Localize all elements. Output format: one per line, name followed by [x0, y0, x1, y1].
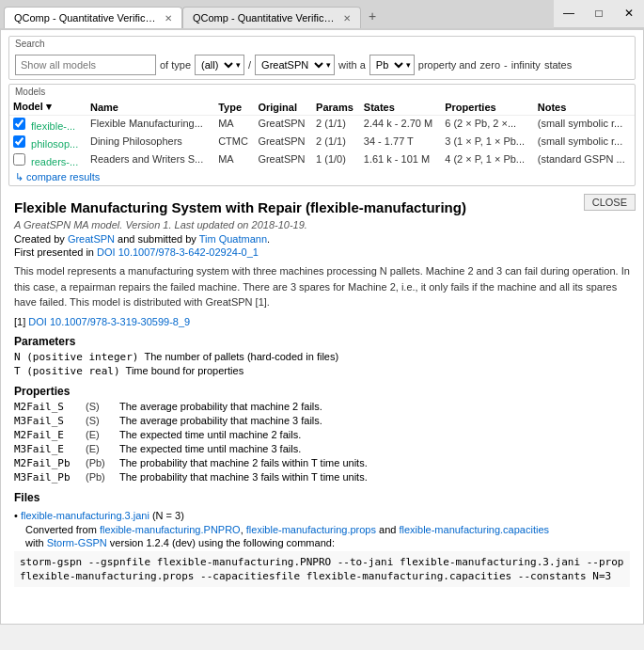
submitted-prefix: and submitted by	[115, 233, 199, 245]
table-row[interactable]: readers-... Readers and Writers S... MA …	[9, 151, 635, 169]
models-table: Model ▾ Name Type Original Params States…	[9, 99, 635, 169]
prop-desc: The average probability that machine 3 f…	[119, 415, 322, 427]
minimize-button[interactable]: —	[554, 0, 584, 26]
storm-link[interactable]: Storm-GSPN	[47, 537, 107, 548]
file-link-4[interactable]: flexible-manufacturing.capacities	[399, 524, 549, 535]
prop-type: (S)	[86, 401, 114, 413]
col-params: Params	[312, 99, 360, 116]
params-header: Parameters	[14, 335, 630, 348]
cell-model-id: flexible-...	[9, 116, 86, 135]
cell-properties: 6 (2 × Pb, 2 ×...	[441, 116, 534, 135]
maximize-button[interactable]: □	[584, 0, 614, 26]
close-detail-button[interactable]: CLOSE	[584, 194, 636, 211]
detail-description: This model represents a manufacturing sy…	[14, 263, 630, 310]
detail-section: CLOSE Flexible Manufacturing System with…	[8, 194, 636, 595]
cell-model-id: philosop...	[9, 134, 86, 151]
new-tab-button[interactable]: +	[361, 4, 384, 28]
search-row: of type (all) ▾ / GreatSPN ▾ with a Pb ▾	[9, 51, 635, 79]
row-checkbox-0[interactable]	[13, 118, 25, 130]
cell-model-id: readers-...	[9, 151, 86, 169]
model-id-link: flexible-...	[31, 120, 75, 132]
param-desc: The number of pallets (hard-coded in fil…	[144, 351, 338, 363]
prop-desc: The expected time until machine 3 fails.	[119, 443, 301, 455]
prop-select[interactable]: Pb	[370, 55, 406, 74]
prop-name: M3Fail_E	[14, 443, 80, 455]
states-label: states	[544, 59, 572, 71]
search-section: Search of type (all) ▾ / GreatSPN ▾ with…	[8, 36, 636, 80]
prop-row: M2Fail_E(E)The expected time until machi…	[14, 429, 630, 441]
model-id-link: readers-...	[31, 156, 78, 167]
type-select[interactable]: (all)	[196, 55, 236, 74]
cell-name: Flexible Manufacturing...	[86, 116, 214, 135]
prop-row: M3Fail_S(S)The average probability that …	[14, 415, 630, 427]
cell-original: GreatSPN	[254, 134, 312, 151]
tim-link[interactable]: Tim Quatmann	[199, 233, 267, 245]
tool-select[interactable]: GreatSPN	[256, 55, 326, 74]
doi-link-1[interactable]: DOI 10.1007/978-3-642-02924-0_1	[97, 246, 259, 258]
submitted-suffix: .	[267, 233, 270, 245]
tool-select-wrapper: GreatSPN ▾	[255, 55, 335, 75]
col-name: Name	[86, 99, 214, 116]
cell-params: 2 (1/1)	[312, 116, 360, 135]
type-chevron-icon: ▾	[236, 60, 241, 70]
prop-row: M3Fail_E(E)The expected time until machi…	[14, 443, 630, 455]
prop-select-wrapper: Pb ▾	[369, 55, 415, 75]
greatspn-link[interactable]: GreatSPN	[68, 233, 115, 245]
search-label: Search	[9, 37, 635, 51]
table-row[interactable]: flexible-... Flexible Manufacturing... M…	[9, 116, 635, 135]
search-input[interactable]	[15, 55, 156, 75]
row-checkbox-2[interactable]	[13, 153, 25, 166]
table-row[interactable]: philosop... Dining Philosophers CTMC Gre…	[9, 134, 635, 151]
prop-type: (S)	[86, 415, 114, 427]
col-states: States	[360, 99, 441, 116]
with-a-label: with a	[338, 59, 366, 71]
row-checkbox-1[interactable]	[13, 135, 25, 148]
tab-2-close[interactable]: ✕	[343, 13, 351, 24]
col-properties: Properties	[441, 99, 534, 116]
tool-chevron-icon: ▾	[326, 60, 331, 70]
tab-2[interactable]: QComp - Quantitative Verification... ✕	[182, 7, 361, 28]
ref-line: [1] DOI 10.1007/978-3-319-30599-8_9	[14, 316, 630, 327]
zero-label: zero	[480, 59, 500, 71]
file-link-2[interactable]: flexible-manufacturing.PNPRO	[100, 524, 241, 535]
prop-desc: The probability that machine 2 fails wit…	[119, 457, 368, 469]
cell-states: 34 - 1.77 T	[360, 134, 441, 151]
prop-type: (Pb)	[86, 457, 114, 469]
tool-separator: /	[248, 59, 251, 71]
ref-number: [1]	[14, 316, 25, 327]
converted-line: Converted from flexible-manufacturing.PN…	[25, 524, 630, 535]
storm-line: with Storm-GSPN version 1.2.4 (dev) usin…	[25, 537, 630, 548]
cell-original: GreatSPN	[254, 116, 312, 135]
prop-chevron-icon: ▾	[406, 60, 411, 70]
prop-desc: The average probability that machine 2 f…	[119, 401, 322, 413]
cell-type: CTMC	[214, 134, 254, 151]
of-type-label: of type	[160, 59, 191, 71]
files-section: flexible-manufacturing.3.jani (N = 3) Co…	[14, 510, 630, 588]
param-name: N (positive integer)	[14, 351, 138, 363]
param-row: N (positive integer)The number of pallet…	[14, 351, 630, 363]
tab-1-close[interactable]: ✕	[165, 13, 172, 24]
cell-original: GreatSPN	[254, 151, 312, 169]
converted-prefix: Converted from	[25, 524, 100, 535]
cell-params: 2 (1/1)	[312, 134, 360, 151]
cell-notes: (standard GSPN ...	[534, 151, 635, 169]
file-link-1[interactable]: flexible-manufacturing.3.jani	[21, 510, 149, 521]
tab-1[interactable]: QComp - Quantitative Verification... ✕	[4, 7, 182, 28]
cell-name: Readers and Writers S...	[86, 151, 214, 169]
main-content: Search of type (all) ▾ / GreatSPN ▾ with…	[0, 29, 644, 625]
and-label: and	[376, 524, 399, 535]
doi-link-2[interactable]: DOI 10.1007/978-3-319-30599-8_9	[28, 316, 190, 327]
cell-states: 2.44 k - 2.70 M	[360, 116, 441, 135]
created-by-prefix: Created by	[14, 233, 68, 245]
props-header: Properties	[14, 385, 630, 398]
storm-prefix: with	[25, 537, 47, 548]
close-button[interactable]: ✕	[614, 0, 644, 26]
sort-icon: ▾	[46, 101, 52, 112]
file-link-3[interactable]: flexible-manufacturing.props	[246, 524, 376, 535]
prop-type: (E)	[86, 443, 114, 455]
compare-results-link[interactable]: ↳ compare results	[9, 169, 635, 185]
created-by-line: Created by GreatSPN and submitted by Tim…	[14, 233, 630, 245]
col-type: Type	[214, 99, 254, 116]
prop-row: M3Fail_Pb(Pb)The probability that machin…	[14, 471, 630, 484]
file-n-label: (N = 3)	[152, 510, 184, 521]
